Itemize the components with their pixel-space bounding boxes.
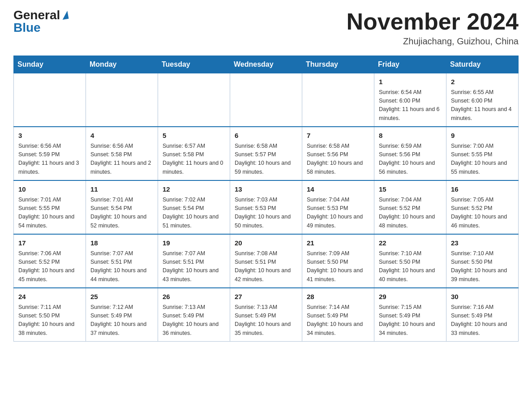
day-number: 9 (451, 131, 514, 141)
location: Zhujiachang, Guizhou, China (347, 36, 519, 47)
logo-triangle-icon (61, 11, 69, 20)
calendar-cell: 7Sunrise: 6:58 AMSunset: 5:56 PMDaylight… (302, 127, 374, 180)
day-info: Sunrise: 6:59 AMSunset: 5:56 PMDaylight:… (379, 142, 442, 177)
day-number: 17 (18, 238, 81, 248)
day-number: 18 (90, 238, 153, 248)
day-info: Sunrise: 7:04 AMSunset: 5:53 PMDaylight:… (307, 196, 369, 231)
day-number: 7 (307, 131, 369, 141)
day-info: Sunrise: 6:55 AMSunset: 6:00 PMDaylight:… (451, 88, 514, 123)
day-info: Sunrise: 7:00 AMSunset: 5:55 PMDaylight:… (451, 142, 514, 177)
calendar-header-row: SundayMondayTuesdayWednesdayThursdayFrid… (14, 56, 519, 73)
calendar-week-row: 24Sunrise: 7:11 AMSunset: 5:50 PMDayligh… (14, 288, 519, 342)
day-info: Sunrise: 7:03 AMSunset: 5:53 PMDaylight:… (235, 196, 297, 231)
day-info: Sunrise: 6:56 AMSunset: 5:59 PMDaylight:… (18, 142, 81, 177)
day-number: 3 (18, 131, 81, 141)
day-info: Sunrise: 6:56 AMSunset: 5:58 PMDaylight:… (90, 142, 153, 177)
calendar-week-row: 17Sunrise: 7:06 AMSunset: 5:52 PMDayligh… (14, 234, 519, 288)
calendar-cell: 13Sunrise: 7:03 AMSunset: 5:53 PMDayligh… (230, 180, 302, 234)
day-info: Sunrise: 7:12 AMSunset: 5:49 PMDaylight:… (90, 303, 153, 338)
day-info: Sunrise: 6:58 AMSunset: 5:56 PMDaylight:… (307, 142, 369, 177)
calendar-cell: 11Sunrise: 7:01 AMSunset: 5:54 PMDayligh… (86, 180, 158, 234)
calendar-cell (302, 73, 374, 127)
day-info: Sunrise: 7:14 AMSunset: 5:49 PMDaylight:… (307, 303, 369, 338)
day-info: Sunrise: 6:58 AMSunset: 5:57 PMDaylight:… (235, 142, 297, 177)
day-number: 10 (18, 184, 81, 195)
day-number: 6 (235, 131, 297, 141)
day-info: Sunrise: 7:13 AMSunset: 5:49 PMDaylight:… (235, 303, 297, 338)
day-number: 16 (451, 184, 514, 195)
calendar-cell: 16Sunrise: 7:05 AMSunset: 5:52 PMDayligh… (446, 180, 519, 234)
day-number: 26 (163, 292, 225, 302)
month-title: November 2024 (347, 9, 519, 34)
calendar-cell: 24Sunrise: 7:11 AMSunset: 5:50 PMDayligh… (14, 288, 86, 342)
calendar-cell (158, 73, 230, 127)
day-info: Sunrise: 7:01 AMSunset: 5:55 PMDaylight:… (18, 196, 81, 231)
day-info: Sunrise: 7:15 AMSunset: 5:49 PMDaylight:… (379, 303, 442, 338)
calendar-cell: 8Sunrise: 6:59 AMSunset: 5:56 PMDaylight… (374, 127, 446, 180)
day-number: 5 (163, 131, 225, 141)
day-info: Sunrise: 6:54 AMSunset: 6:00 PMDaylight:… (379, 88, 442, 123)
calendar-week-row: 3Sunrise: 6:56 AMSunset: 5:59 PMDaylight… (14, 127, 519, 180)
day-number: 4 (90, 131, 153, 141)
calendar-cell: 26Sunrise: 7:13 AMSunset: 5:49 PMDayligh… (158, 288, 230, 342)
calendar-cell: 22Sunrise: 7:10 AMSunset: 5:50 PMDayligh… (374, 234, 446, 288)
logo-general-text: General (13, 9, 68, 21)
calendar-cell: 5Sunrise: 6:57 AMSunset: 5:58 PMDaylight… (158, 127, 230, 180)
calendar-week-row: 1Sunrise: 6:54 AMSunset: 6:00 PMDaylight… (14, 73, 519, 127)
weekday-header-wednesday: Wednesday (230, 56, 302, 73)
calendar-cell (230, 73, 302, 127)
weekday-header-sunday: Sunday (14, 56, 86, 73)
calendar-cell: 17Sunrise: 7:06 AMSunset: 5:52 PMDayligh… (14, 234, 86, 288)
day-number: 19 (163, 238, 225, 248)
day-number: 12 (163, 184, 225, 195)
calendar-cell: 4Sunrise: 6:56 AMSunset: 5:58 PMDaylight… (86, 127, 158, 180)
day-number: 30 (451, 292, 514, 302)
calendar-cell: 1Sunrise: 6:54 AMSunset: 6:00 PMDaylight… (374, 73, 446, 127)
day-info: Sunrise: 7:13 AMSunset: 5:49 PMDaylight:… (163, 303, 225, 338)
day-number: 14 (307, 184, 369, 195)
calendar-cell: 30Sunrise: 7:16 AMSunset: 5:49 PMDayligh… (446, 288, 519, 342)
calendar-week-row: 10Sunrise: 7:01 AMSunset: 5:55 PMDayligh… (14, 180, 519, 234)
calendar-cell: 20Sunrise: 7:08 AMSunset: 5:51 PMDayligh… (230, 234, 302, 288)
calendar-cell: 10Sunrise: 7:01 AMSunset: 5:55 PMDayligh… (14, 180, 86, 234)
day-info: Sunrise: 7:04 AMSunset: 5:52 PMDaylight:… (379, 196, 442, 231)
weekday-header-thursday: Thursday (302, 56, 374, 73)
calendar-cell: 25Sunrise: 7:12 AMSunset: 5:49 PMDayligh… (86, 288, 158, 342)
weekday-header-friday: Friday (374, 56, 446, 73)
calendar-cell: 19Sunrise: 7:07 AMSunset: 5:51 PMDayligh… (158, 234, 230, 288)
day-number: 27 (235, 292, 297, 302)
title-block: November 2024 Zhujiachang, Guizhou, Chin… (347, 9, 519, 47)
calendar-cell: 21Sunrise: 7:09 AMSunset: 5:50 PMDayligh… (302, 234, 374, 288)
day-number: 2 (451, 77, 514, 87)
day-number: 22 (379, 238, 442, 248)
weekday-header-tuesday: Tuesday (158, 56, 230, 73)
day-number: 25 (90, 292, 153, 302)
day-info: Sunrise: 7:01 AMSunset: 5:54 PMDaylight:… (90, 196, 153, 231)
day-number: 24 (18, 292, 81, 302)
logo-blue-text: Blue (13, 21, 41, 34)
weekday-header-monday: Monday (86, 56, 158, 73)
calendar-cell: 15Sunrise: 7:04 AMSunset: 5:52 PMDayligh… (374, 180, 446, 234)
calendar-cell (14, 73, 86, 127)
day-number: 13 (235, 184, 297, 195)
day-number: 20 (235, 238, 297, 248)
day-info: Sunrise: 7:07 AMSunset: 5:51 PMDaylight:… (163, 249, 225, 284)
day-info: Sunrise: 7:10 AMSunset: 5:50 PMDaylight:… (451, 249, 514, 284)
day-number: 29 (379, 292, 442, 302)
calendar-cell: 9Sunrise: 7:00 AMSunset: 5:55 PMDaylight… (446, 127, 519, 180)
calendar-cell: 28Sunrise: 7:14 AMSunset: 5:49 PMDayligh… (302, 288, 374, 342)
day-info: Sunrise: 7:10 AMSunset: 5:50 PMDaylight:… (379, 249, 442, 284)
day-number: 28 (307, 292, 369, 302)
calendar-cell: 12Sunrise: 7:02 AMSunset: 5:54 PMDayligh… (158, 180, 230, 234)
day-info: Sunrise: 7:02 AMSunset: 5:54 PMDaylight:… (163, 196, 225, 231)
calendar-cell: 14Sunrise: 7:04 AMSunset: 5:53 PMDayligh… (302, 180, 374, 234)
calendar-cell: 27Sunrise: 7:13 AMSunset: 5:49 PMDayligh… (230, 288, 302, 342)
day-info: Sunrise: 7:16 AMSunset: 5:49 PMDaylight:… (451, 303, 514, 338)
day-info: Sunrise: 7:05 AMSunset: 5:52 PMDaylight:… (451, 196, 514, 231)
weekday-header-saturday: Saturday (446, 56, 519, 73)
calendar-cell: 23Sunrise: 7:10 AMSunset: 5:50 PMDayligh… (446, 234, 519, 288)
day-number: 21 (307, 238, 369, 248)
day-info: Sunrise: 7:08 AMSunset: 5:51 PMDaylight:… (235, 249, 297, 284)
day-info: Sunrise: 7:06 AMSunset: 5:52 PMDaylight:… (18, 249, 81, 284)
day-number: 1 (379, 77, 442, 87)
